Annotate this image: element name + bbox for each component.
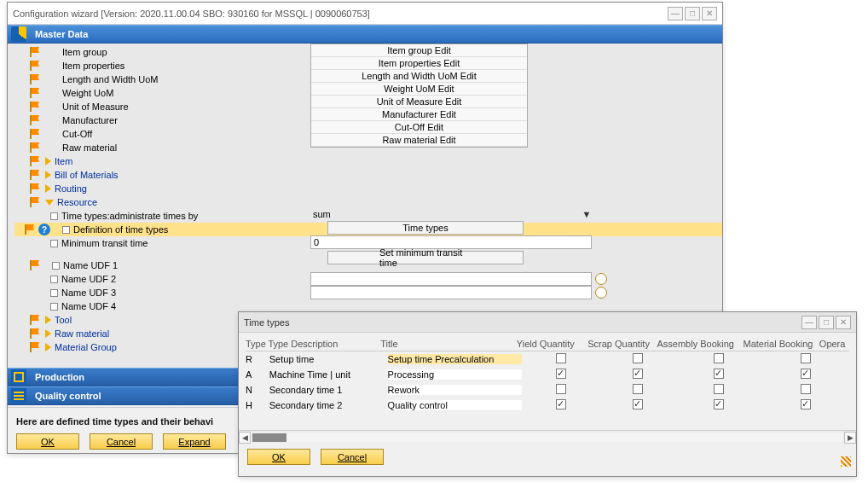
dropdown-icon[interactable]: ▼: [581, 207, 593, 221]
checkbox[interactable]: [801, 384, 811, 394]
flag-icon: [30, 328, 40, 339]
gear-icon[interactable]: [593, 286, 609, 299]
help-icon[interactable]: ?: [38, 224, 50, 235]
maximize-button[interactable]: □: [819, 316, 834, 329]
minimize-button[interactable]: —: [801, 316, 817, 329]
flag-icon: [30, 129, 40, 139]
titlebar: Configuration wizard [Version: 2020.11.0…: [8, 3, 722, 25]
time-types-button[interactable]: Time types: [327, 221, 524, 235]
cancel-button[interactable]: Cancel: [90, 433, 153, 450]
checkbox-icon[interactable]: [50, 303, 58, 311]
checkbox[interactable]: [714, 369, 724, 379]
edit-manufacturer[interactable]: Manufacturer Edit: [311, 108, 527, 121]
col-opera[interactable]: Opera: [819, 339, 849, 349]
table-row[interactable]: RSetup timeSetup time Precalculation: [246, 351, 849, 367]
flag-icon: [25, 224, 35, 235]
edit-item-group[interactable]: Item group Edit: [311, 44, 527, 57]
scroll-left-icon[interactable]: ◀: [239, 432, 251, 444]
flag-icon: [30, 156, 40, 166]
field-sum[interactable]: sum: [310, 207, 592, 221]
expand-icon[interactable]: [45, 329, 51, 338]
ok-button[interactable]: OK: [16, 433, 79, 450]
edit-uom[interactable]: Unit of Measure Edit: [311, 96, 527, 108]
tree-routing[interactable]: Routing: [14, 182, 722, 195]
checkbox-icon[interactable]: [52, 262, 60, 270]
close-button[interactable]: ✕: [836, 316, 851, 329]
maximize-button[interactable]: □: [685, 7, 700, 20]
table-row[interactable]: HSecondary time 2Quality control: [246, 398, 849, 413]
flag-icon: [30, 102, 40, 112]
set-min-transit-button[interactable]: Set minimum transit time: [327, 251, 524, 264]
edit-weight[interactable]: Weight UoM Edit: [311, 83, 527, 96]
col-title[interactable]: Title: [380, 339, 508, 349]
expand-icon[interactable]: [45, 157, 51, 166]
checkbox-icon[interactable]: [62, 226, 70, 234]
checkbox[interactable]: [633, 399, 643, 409]
checkbox[interactable]: [633, 353, 643, 363]
expand-icon[interactable]: [45, 343, 51, 351]
expand-icon[interactable]: [45, 184, 51, 193]
flag-icon: [30, 260, 40, 270]
checkbox[interactable]: [556, 384, 566, 394]
checkbox-icon[interactable]: [50, 240, 58, 247]
flag-icon: [30, 197, 40, 207]
col-material[interactable]: Material Booking: [737, 339, 819, 349]
section-label: Quality control: [35, 391, 101, 401]
flag-icon: [30, 61, 40, 71]
checkbox[interactable]: [801, 353, 811, 363]
checkbox[interactable]: [556, 353, 566, 363]
edit-item-properties[interactable]: Item properties Edit: [311, 57, 527, 70]
scroll-right-icon[interactable]: ▶: [844, 432, 856, 444]
section-master-data[interactable]: Master Data: [8, 25, 722, 44]
edit-length-width[interactable]: Length and Width UoM Edit: [311, 70, 527, 83]
checkbox[interactable]: [714, 399, 724, 409]
edit-cutoff[interactable]: Cut-Off Edit: [311, 121, 527, 134]
minimize-button[interactable]: —: [668, 7, 683, 20]
expand-button[interactable]: Expand: [163, 433, 226, 450]
checkbox[interactable]: [556, 369, 566, 379]
checkbox[interactable]: [714, 384, 724, 394]
edit-raw-material[interactable]: Raw material Edit: [311, 134, 527, 147]
checkbox[interactable]: [633, 369, 643, 379]
resize-grip-icon[interactable]: [841, 456, 851, 467]
time-types-dialog: Time types — □ ✕ Type Type Description T…: [238, 311, 857, 477]
grid-header: Type Type Description Title Yield Quanti…: [246, 336, 849, 351]
checkbox[interactable]: [714, 353, 724, 363]
expand-icon[interactable]: [45, 316, 51, 324]
modal-ok-button[interactable]: OK: [247, 449, 310, 465]
collapse-icon[interactable]: [45, 200, 54, 206]
modal-cancel-button[interactable]: Cancel: [321, 449, 384, 465]
col-assembly[interactable]: Assembly Booking: [654, 339, 737, 349]
modal-title: Time types: [244, 317, 800, 328]
checkbox[interactable]: [801, 399, 811, 409]
h-scrollbar[interactable]: ◀ ▶: [239, 430, 856, 444]
checkbox[interactable]: [633, 384, 643, 394]
table-row[interactable]: AMachine Time | unitProcessing: [246, 367, 849, 382]
pie-icon: [11, 26, 26, 42]
table-row[interactable]: NSecondary time 1Rework: [246, 382, 849, 398]
checkbox[interactable]: [556, 399, 566, 409]
udf1-field[interactable]: [310, 272, 592, 286]
checkbox-icon[interactable]: [50, 212, 58, 220]
checkbox-icon[interactable]: [50, 276, 58, 283]
col-yield[interactable]: Yield Quantity: [508, 339, 583, 349]
col-scrap[interactable]: Scrap Quantity: [583, 339, 655, 349]
expand-icon[interactable]: [45, 171, 51, 179]
tree-item[interactable]: Item: [14, 154, 722, 168]
window-title: Configuration wizard [Version: 2020.11.0…: [13, 9, 666, 19]
production-icon: [11, 369, 26, 385]
gear-icon[interactable]: [593, 272, 609, 286]
modal-body: Type Type Description Title Yield Quanti…: [239, 333, 856, 444]
udf2-field[interactable]: [310, 286, 592, 299]
quality-icon: [11, 388, 26, 404]
scroll-track[interactable]: [252, 433, 842, 442]
col-type-desc[interactable]: Type Description: [268, 339, 380, 349]
tree-bom[interactable]: Bill of Materials: [14, 168, 722, 182]
edit-context-menu: Item group Edit Item properties Edit Len…: [310, 44, 528, 148]
checkbox[interactable]: [801, 369, 811, 379]
checkbox-icon[interactable]: [50, 289, 58, 297]
section-label: Production: [35, 372, 84, 382]
col-type[interactable]: Type: [246, 339, 268, 349]
scroll-thumb[interactable]: [252, 433, 286, 442]
close-button[interactable]: ✕: [702, 7, 717, 20]
